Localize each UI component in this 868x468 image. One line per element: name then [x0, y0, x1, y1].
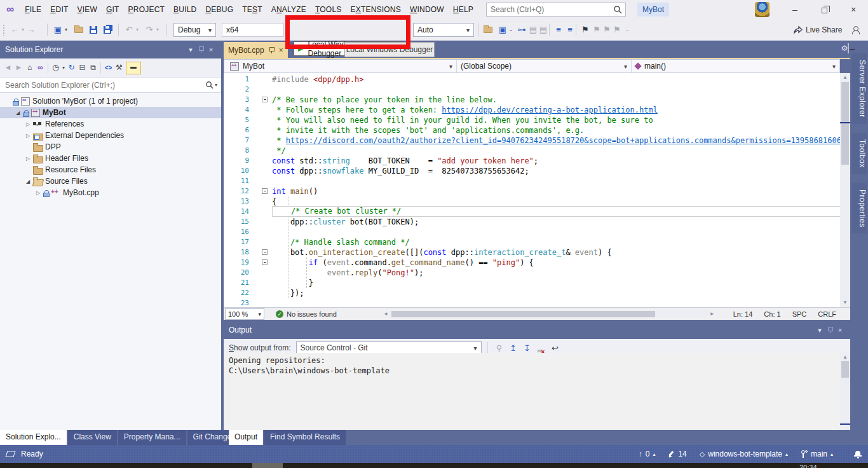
- code-line-6[interactable]: 6 * invite it with the scopes 'bot' and …: [224, 125, 840, 135]
- menu-test[interactable]: TEST: [238, 0, 267, 19]
- code-text[interactable]: if (event.command.get_command_name() == …: [272, 258, 840, 268]
- line-number[interactable]: 17: [224, 237, 255, 247]
- tool-tab-properties[interactable]: Properties: [851, 183, 867, 234]
- code-text[interactable]: [272, 298, 840, 307]
- code-text[interactable]: /* Be sure to place your token in the li…: [272, 95, 840, 105]
- solution-configuration-dropdown[interactable]: Debug▾: [173, 23, 216, 37]
- code-text[interactable]: {: [272, 196, 840, 207]
- tool-tab-toolbox[interactable]: Toolbox: [851, 133, 867, 174]
- collapsed-arrow-icon[interactable]: ▷: [34, 190, 42, 196]
- menu-window[interactable]: WINDOW: [405, 0, 449, 19]
- line-number[interactable]: 14: [224, 207, 255, 217]
- forward-button[interactable]: ►: [13, 57, 24, 78]
- code-line-9[interactable]: 9const std::string BOT_TOKEN = "add your…: [224, 156, 840, 166]
- tree-item-source-files[interactable]: ◢Source Files: [0, 176, 221, 187]
- fold-collapse-box[interactable]: [255, 247, 272, 258]
- line-number[interactable]: 9: [224, 156, 255, 166]
- collapsed-arrow-icon[interactable]: ▷: [24, 133, 32, 139]
- code-line-2[interactable]: 2: [224, 85, 840, 95]
- expanded-arrow-icon[interactable]: ◢: [24, 179, 32, 184]
- scrollbar-thumb[interactable]: [841, 82, 849, 165]
- code-text[interactable]: const std::string BOT_TOKEN = "add your …: [272, 156, 840, 166]
- menu-edit[interactable]: EDIT: [46, 0, 72, 19]
- code-text[interactable]: * https://discord.com/oauth2/authorize?c…: [272, 135, 840, 146]
- scroll-up-icon[interactable]: ▲: [840, 353, 850, 361]
- code-line-12[interactable]: 12int main(): [224, 186, 840, 196]
- tree-item-mybot-cpp[interactable]: ▷MyBot.cpp: [0, 187, 221, 198]
- code-text[interactable]: */: [272, 146, 840, 156]
- close-document-icon[interactable]: ×: [279, 46, 283, 55]
- close-panel-button[interactable]: ×: [835, 326, 845, 334]
- panel-tab-property-mana-[interactable]: Property Mana...: [118, 430, 186, 445]
- attach-button[interactable]: ⊶: [516, 19, 527, 40]
- tool-tab-server-explorer[interactable]: Server Explorer: [851, 53, 867, 124]
- expanded-arrow-icon[interactable]: ◢: [14, 110, 22, 116]
- solution-search-input[interactable]: [0, 81, 205, 90]
- output-vertical-scrollbar[interactable]: ▲: [840, 353, 850, 430]
- line-number[interactable]: 15: [224, 217, 255, 227]
- code-text[interactable]: * invite it with the scopes 'bot' and 'a…: [272, 125, 840, 135]
- line-number[interactable]: 22: [224, 288, 255, 298]
- pin-button[interactable]: [825, 326, 835, 334]
- menu-file[interactable]: FILE: [20, 0, 46, 19]
- search-options-dropdown[interactable]: ▾: [215, 82, 217, 88]
- background-tasks-icon[interactable]: [5, 451, 15, 457]
- fold-collapse-box[interactable]: [255, 95, 272, 105]
- code-text[interactable]: /* Handle slash command */: [272, 237, 840, 247]
- code-line-14[interactable]: 14 /* Create bot cluster */: [224, 207, 840, 217]
- close-button[interactable]: ×: [839, 0, 868, 19]
- panel-tab-find-symbol-results[interactable]: Find Symbol Results: [264, 430, 346, 445]
- taskbar-button[interactable]: [252, 463, 283, 468]
- issues-indicator[interactable]: ✓ No issues found: [276, 310, 337, 318]
- line-number[interactable]: 7: [224, 135, 255, 146]
- line-number[interactable]: 4: [224, 105, 255, 115]
- push-commits-button[interactable]: ↑ 0 ▴: [632, 445, 662, 463]
- tree-item-dpp[interactable]: DPP: [0, 141, 221, 153]
- toolbar-overflow-button[interactable]: ⌄: [621, 19, 633, 40]
- line-number[interactable]: 5: [224, 115, 255, 125]
- panel-tab-class-view[interactable]: Class View: [68, 430, 117, 445]
- code-line-22[interactable]: 22 });: [224, 288, 840, 298]
- code-line-20[interactable]: 20 event.reply("Pong!");: [224, 268, 840, 278]
- sync-with-active-document-button[interactable]: ⧉: [88, 57, 98, 78]
- code-text[interactable]: * You will also need to fill in your gui…: [272, 115, 840, 125]
- tree-item-header-files[interactable]: ▷Header Files: [0, 153, 221, 164]
- zoom-dropdown[interactable]: 100 % ▾: [225, 308, 264, 320]
- close-panel-button[interactable]: ×: [206, 46, 216, 53]
- scrollbar-thumb[interactable]: [841, 361, 849, 378]
- back-button[interactable]: ◄: [3, 57, 13, 78]
- scrollbar-track[interactable]: [390, 310, 708, 318]
- menu-build[interactable]: BUILD: [169, 0, 201, 19]
- member-dropdown[interactable]: main() ▾: [632, 60, 839, 72]
- code-line-11[interactable]: 11: [224, 176, 840, 186]
- code-text[interactable]: * Follow steps here to get a token: http…: [272, 105, 840, 115]
- code-text[interactable]: event.reply("Pong!");: [272, 268, 840, 278]
- code-line-16[interactable]: 16: [224, 227, 840, 237]
- code-line-7[interactable]: 7 * https://discord.com/oauth2/authorize…: [224, 135, 840, 146]
- fold-collapse-box[interactable]: [255, 186, 272, 196]
- line-number[interactable]: 18: [224, 247, 255, 258]
- navigate-backward-button[interactable]: ←▾→: [9, 19, 37, 40]
- solution-explorer-home-button[interactable]: ▣⌄: [497, 19, 513, 40]
- line-number[interactable]: 23: [224, 298, 255, 307]
- line-number[interactable]: 13: [224, 196, 255, 207]
- line-number[interactable]: 16: [224, 227, 255, 237]
- code-line-23[interactable]: 23: [224, 298, 840, 307]
- undo-button[interactable]: ↶▾: [123, 19, 140, 40]
- menu-help[interactable]: HELP: [449, 0, 478, 19]
- split-editor-handle[interactable]: [848, 43, 849, 53]
- code-text[interactable]: }: [272, 278, 840, 288]
- view-code-button[interactable]: <>: [103, 57, 114, 78]
- code-line-15[interactable]: 15 dpp::cluster bot(BOT_TOKEN);: [224, 217, 840, 227]
- menu-view[interactable]: VIEW: [72, 0, 102, 19]
- find-in-files-button[interactable]: [482, 19, 494, 40]
- panel-tab-output[interactable]: Output: [229, 430, 263, 445]
- tree-item-resource-files[interactable]: Resource Files: [0, 164, 221, 176]
- live-share-button[interactable]: Live Share: [793, 19, 842, 40]
- editor-vertical-scrollbar[interactable]: ▲ ▼: [840, 73, 850, 307]
- tree-item-mybot[interactable]: ◢MyBot: [0, 107, 221, 118]
- code-text[interactable]: [272, 176, 840, 186]
- line-number[interactable]: 20: [224, 268, 255, 278]
- scroll-down-icon[interactable]: ▼: [840, 298, 850, 307]
- window-position-menu[interactable]: ▾: [815, 326, 825, 334]
